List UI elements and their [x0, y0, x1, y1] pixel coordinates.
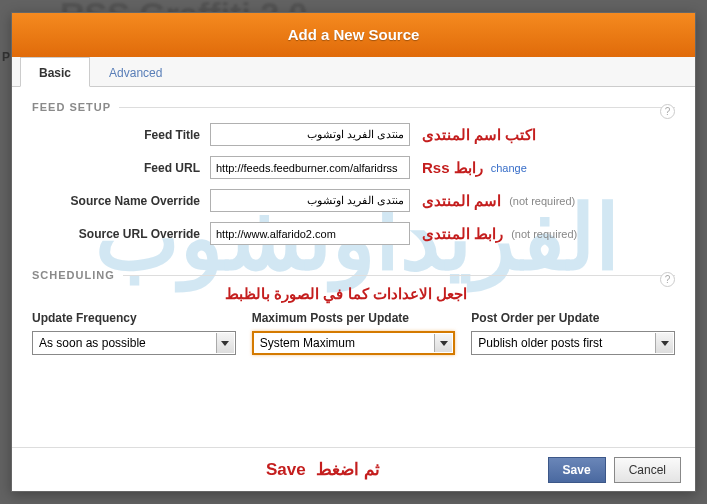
chevron-down-icon: [655, 333, 673, 353]
scheduling-columns: Update Frequency As soon as possible Max…: [32, 311, 675, 355]
ann-scheduling: اجعل الاعدادات كما في الصورة بالظبط: [32, 285, 675, 303]
tab-advanced[interactable]: Advanced: [90, 57, 181, 86]
chevron-down-icon: [434, 334, 452, 352]
col-max-posts: Maximum Posts per Update System Maximum: [252, 311, 456, 355]
input-feed-url[interactable]: [210, 156, 410, 179]
ann-name-override: اسم المنتدى: [422, 192, 501, 210]
label-feed-title: Feed Title: [32, 128, 210, 142]
label-name-override: Source Name Override: [32, 194, 210, 208]
ann-feed-url: رابط Rss: [422, 159, 483, 177]
label-post-order: Post Order per Update: [471, 311, 675, 325]
label-max-posts: Maximum Posts per Update: [252, 311, 456, 325]
select-frequency[interactable]: As soon as possible: [32, 331, 236, 355]
select-post-order-value: Publish older posts first: [478, 336, 602, 350]
feed-setup-fieldset: FEED SETUP ? Feed Title اكتب اسم المنتدى…: [32, 101, 675, 255]
row-url-override: Source URL Override رابط المنتدى (not re…: [32, 222, 675, 245]
tab-bar: Basic Advanced: [12, 57, 695, 87]
label-feed-url: Feed URL: [32, 161, 210, 175]
scheduling-legend: SCHEDULING: [32, 269, 123, 281]
change-link[interactable]: change: [491, 162, 527, 174]
row-name-override: Source Name Override اسم المنتدى (not re…: [32, 189, 675, 212]
select-max-posts[interactable]: System Maximum: [252, 331, 456, 355]
help-icon-2[interactable]: ?: [660, 272, 675, 287]
footer-annotation: ثم اضغط Save: [266, 459, 380, 480]
dialog-footer: ثم اضغط Save Save Cancel: [12, 447, 695, 491]
dialog: Add a New Source Basic Advanced الفريداو…: [11, 12, 696, 492]
ann-feed-title: اكتب اسم المنتدى: [422, 126, 536, 144]
input-url-override[interactable]: [210, 222, 410, 245]
select-post-order[interactable]: Publish older posts first: [471, 331, 675, 355]
cancel-button[interactable]: Cancel: [614, 457, 681, 483]
row-feed-title: Feed Title اكتب اسم المنتدى: [32, 123, 675, 146]
save-button[interactable]: Save: [548, 457, 606, 483]
feed-setup-legend: FEED SETUP: [32, 101, 119, 113]
dialog-title: Add a New Source: [12, 13, 695, 57]
col-frequency: Update Frequency As soon as possible: [32, 311, 236, 355]
input-feed-title[interactable]: [210, 123, 410, 146]
bg-letter: P: [2, 50, 10, 64]
col-post-order: Post Order per Update Publish older post…: [471, 311, 675, 355]
input-name-override[interactable]: [210, 189, 410, 212]
ann-url-override: رابط المنتدى: [422, 225, 503, 243]
label-url-override: Source URL Override: [32, 227, 210, 241]
label-frequency: Update Frequency: [32, 311, 236, 325]
tab-basic[interactable]: Basic: [20, 57, 90, 87]
scheduling-fieldset: SCHEDULING ? اجعل الاعدادات كما في الصور…: [32, 269, 675, 355]
hint-url-override: (not required): [511, 228, 577, 240]
row-feed-url: Feed URL رابط Rss change: [32, 156, 675, 179]
dialog-body: الفريداوتشوب FEED SETUP ? Feed Title اكت…: [12, 87, 695, 447]
help-icon[interactable]: ?: [660, 104, 675, 119]
hint-name-override: (not required): [509, 195, 575, 207]
chevron-down-icon: [216, 333, 234, 353]
select-frequency-value: As soon as possible: [39, 336, 146, 350]
select-max-posts-value: System Maximum: [260, 336, 355, 350]
